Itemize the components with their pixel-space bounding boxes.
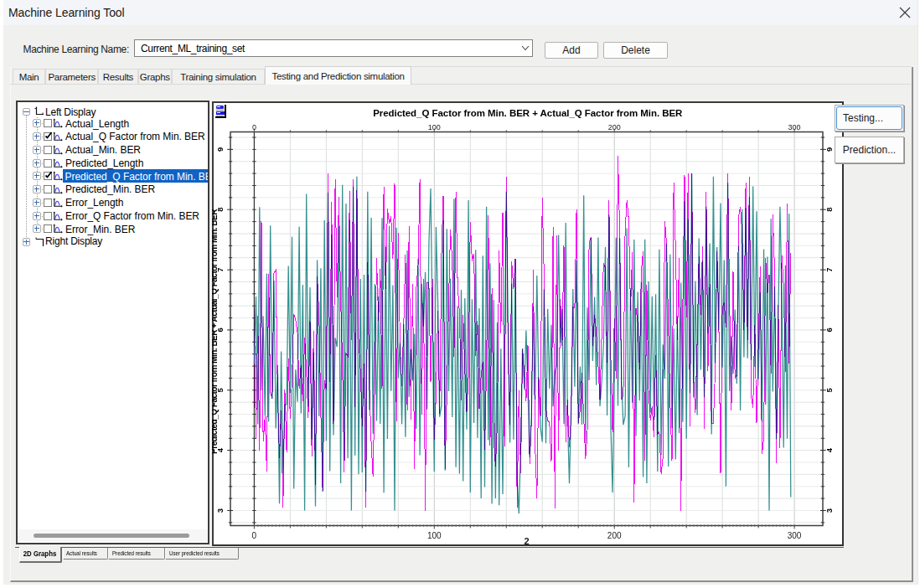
svg-text:300: 300 — [788, 123, 801, 132]
svg-text:300: 300 — [788, 531, 802, 540]
svg-text:Predicted_Q Factor from Min. B: Predicted_Q Factor from Min. BER + Actua… — [212, 209, 219, 454]
svg-text:7: 7 — [824, 267, 834, 271]
svg-text:200: 200 — [607, 531, 622, 540]
svg-text:5: 5 — [824, 387, 834, 392]
svg-text:9: 9 — [824, 147, 834, 152]
svg-text:6: 6 — [824, 328, 834, 332]
svg-text:9: 9 — [215, 147, 225, 152]
svg-text:0: 0 — [252, 123, 256, 132]
svg-text:8: 8 — [824, 208, 834, 212]
svg-text:0: 0 — [252, 531, 257, 540]
svg-text:3: 3 — [824, 508, 834, 513]
svg-text:3: 3 — [215, 508, 225, 513]
svg-text:200: 200 — [608, 123, 621, 132]
svg-text:2: 2 — [524, 536, 529, 546]
svg-text:100: 100 — [427, 531, 442, 540]
svg-text:4: 4 — [824, 447, 834, 452]
svg-text:100: 100 — [428, 123, 441, 132]
